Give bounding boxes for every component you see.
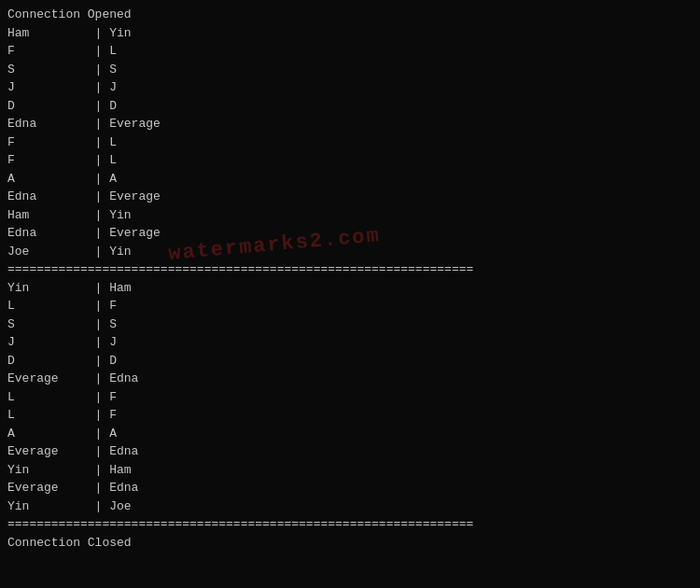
table-row: D | D [7,352,693,371]
table-row: A | A [7,170,693,189]
table-row: Everage | Edna [7,370,693,388]
table-row: L | F [7,388,693,407]
table-row: S | S [7,61,693,79]
table-row: Yin | Ham [7,279,693,298]
connection-opened-header: Connection Opened [7,6,693,24]
table-row: D | D [7,97,693,116]
table-row: Edna | Everage [7,188,693,206]
connection-closed-footer: Connection Closed [7,534,693,553]
table-row: Everage | Edna [7,479,693,497]
table-row: Ham | Yin [7,24,693,43]
separator-bottom: ========================================… [7,515,693,534]
table-row: Edna | Everage [7,115,693,133]
table-row: A | A [7,425,693,443]
table-row: J | J [7,78,693,97]
table-row: L | F [7,297,693,315]
table-row: L | F [7,406,693,425]
table-row: Edna | Everage [7,224,693,243]
table-row: S | S [7,315,693,334]
table-row: F | L [7,42,693,61]
table-row: F | L [7,151,693,170]
table-row: F | L [7,133,693,152]
table-row: Yin | Ham [7,461,693,480]
closed-data-section: Yin | HamL | FS | SJ | JD | DEverage | E… [7,279,693,516]
table-row: Ham | Yin [7,206,693,225]
table-row: J | J [7,333,693,352]
separator-top: ========================================… [7,260,693,279]
table-row: Yin | Joe [7,497,693,516]
opened-data-section: Ham | YinF | LS | SJ | JD | DEdna | Ever… [7,24,693,261]
table-row: Everage | Edna [7,442,693,461]
table-row: Joe | Yin [7,243,693,261]
terminal-output: Connection Opened Ham | YinF | LS | SJ |… [7,6,693,582]
